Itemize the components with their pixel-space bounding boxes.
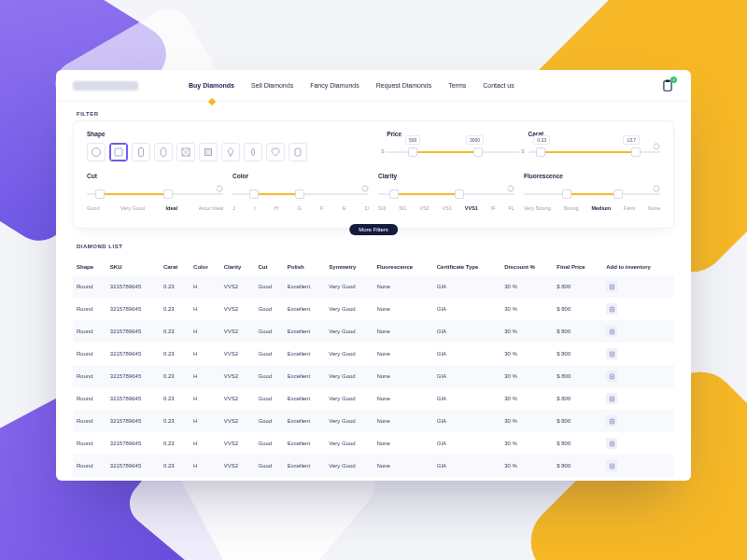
nav-fancy-diamonds[interactable]: Fancy Diamonds (310, 82, 359, 89)
price-thumb-high[interactable] (473, 147, 483, 157)
shape-option[interactable] (87, 143, 106, 161)
column-header[interactable]: Shape (73, 259, 106, 275)
color-slider[interactable] (233, 185, 369, 203)
diamond-shape-icon (180, 147, 191, 158)
add-to-inventory-button[interactable] (606, 438, 617, 449)
clarity-thumb-low[interactable] (389, 189, 399, 199)
slider-mark: Strong (563, 205, 578, 211)
cell-add (602, 455, 674, 477)
diamond-shape-icon (91, 147, 102, 158)
nav-contact[interactable]: Contact us (483, 82, 514, 89)
cut-thumb-low[interactable] (95, 189, 105, 199)
add-to-inventory-button[interactable] (606, 348, 617, 359)
table-row[interactable]: Round32157896450.23HVVS2GoodExcellentVer… (73, 455, 674, 477)
column-header[interactable]: Discount % (500, 259, 553, 275)
add-to-inventory-button[interactable] (606, 371, 617, 382)
add-to-inventory-button[interactable] (606, 303, 617, 315)
cell: $ 800 (553, 320, 602, 343)
diamond-shape-icon (225, 147, 236, 158)
diamond-shape-icon (292, 147, 303, 158)
shape-option[interactable] (176, 143, 195, 161)
reset-icon[interactable] (653, 185, 660, 193)
column-header[interactable]: Clarity (220, 259, 255, 275)
cell: Very Good (325, 387, 373, 410)
slider-mark: IF (491, 205, 496, 211)
shape-option[interactable] (154, 143, 173, 161)
currency-icon: $ (381, 148, 384, 154)
table-row[interactable]: Round32157896450.23HVVS2GoodExcellentVer… (73, 387, 674, 410)
cell: 0.23 (160, 432, 190, 455)
more-filters-button[interactable]: More Filters (349, 224, 398, 235)
filter-shape-label: Shape (87, 131, 377, 137)
clarity-thumb-high[interactable] (455, 189, 464, 199)
filter-clarity-label: Clarity (378, 173, 514, 179)
cell: GIA (433, 477, 500, 481)
table-row[interactable]: Round32157896450.23HVVS2GoodExcellentVer… (73, 365, 674, 387)
plus-icon (609, 418, 615, 425)
table-row[interactable]: Round32157896450.23HVVS2GoodExcellentVer… (73, 410, 674, 432)
column-header[interactable]: Carat (160, 259, 190, 275)
color-thumb-high[interactable] (295, 189, 304, 199)
shape-option[interactable] (266, 143, 285, 161)
reset-icon[interactable] (216, 185, 223, 193)
svg-rect-7 (205, 149, 212, 156)
cut-slider[interactable] (87, 185, 223, 203)
column-header[interactable]: Final Price (553, 259, 602, 275)
add-to-inventory-button[interactable] (606, 281, 617, 292)
clarity-slider[interactable] (378, 185, 514, 203)
price-thumb-low[interactable] (408, 147, 417, 157)
diamond-shape-icon (203, 147, 214, 158)
shape-option[interactable] (221, 143, 240, 161)
plus-icon (609, 463, 615, 469)
carat-thumb-low[interactable] (536, 147, 545, 157)
color-thumb-low[interactable] (249, 189, 259, 199)
nav-terms[interactable]: Terms (448, 82, 466, 89)
column-header[interactable]: Certificate Type (433, 259, 500, 275)
nav-sell-diamonds[interactable]: Sell Diamonds (251, 82, 293, 89)
column-header[interactable]: Fluorescence (373, 259, 432, 275)
cell: GIA (433, 410, 500, 432)
table-row[interactable]: Round32157896450.23HVVS2GoodExcellentVer… (73, 343, 674, 365)
cut-thumb-high[interactable] (163, 189, 173, 199)
table-row[interactable]: Round32157896450.23HVVS2GoodExcellentVer… (73, 320, 674, 343)
shape-option[interactable] (199, 143, 218, 161)
column-header[interactable]: Polish (284, 259, 326, 275)
column-header[interactable]: Symmetry (325, 259, 373, 275)
filter-panel: Shape Price $ 500 3000 $ Carat (73, 120, 674, 229)
shape-option[interactable] (289, 143, 307, 161)
slider-mark: H (275, 205, 278, 211)
price-slider[interactable]: $ 500 3000 $ (387, 143, 518, 161)
shape-option[interactable] (132, 143, 150, 161)
slider-mark: G (297, 205, 301, 211)
table-row[interactable]: Round32157896450.23HVVS2GoodExcellentVer… (73, 275, 674, 298)
shape-option[interactable] (244, 143, 262, 161)
add-to-inventory-button[interactable] (606, 460, 617, 471)
add-to-inventory-button[interactable] (606, 415, 617, 427)
carat-slider[interactable]: 0.23 13.7 (529, 143, 660, 161)
reset-icon[interactable] (361, 185, 369, 193)
fluor-thumb-low[interactable] (562, 189, 571, 199)
cell: Excellent (284, 432, 326, 455)
add-to-inventory-button[interactable] (606, 393, 617, 404)
fluor-thumb-high[interactable] (613, 189, 623, 199)
reset-icon[interactable] (653, 143, 660, 151)
table-row[interactable]: Round32157896450.23HVVS2GoodExcellentVer… (73, 432, 674, 455)
column-header[interactable]: Cut (254, 259, 283, 275)
cell: Round (73, 455, 106, 477)
cart-button[interactable]: 2 (661, 79, 674, 92)
nav-request-diamonds[interactable]: Request Diamonds (376, 82, 432, 89)
svg-rect-3 (115, 148, 122, 156)
add-to-inventory-button[interactable] (606, 326, 617, 337)
column-header[interactable]: SKU (106, 259, 160, 275)
column-header[interactable]: Color (190, 259, 220, 275)
table-row[interactable]: Round32157896450.23HVVS2GoodExcellentVer… (73, 477, 674, 481)
column-header[interactable]: Add to inventory (602, 259, 674, 275)
cell: Good (254, 455, 283, 477)
cell: 0.23 (160, 477, 190, 481)
carat-thumb-high[interactable] (631, 147, 641, 157)
reset-icon[interactable] (507, 185, 514, 193)
shape-option[interactable] (109, 143, 128, 161)
fluor-slider[interactable] (524, 185, 660, 203)
nav-buy-diamonds[interactable]: Buy Diamonds (189, 82, 234, 89)
table-row[interactable]: Round32157896450.23HVVS2GoodExcellentVer… (73, 298, 674, 320)
